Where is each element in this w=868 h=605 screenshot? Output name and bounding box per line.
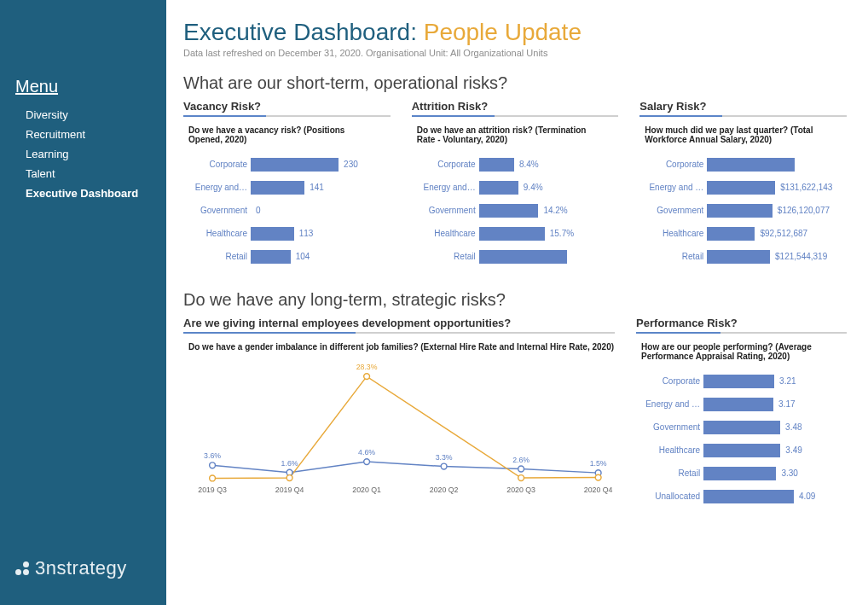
card-attrition: Attrition Risk? Do we have an attrition … (412, 100, 619, 270)
bar-row: Healthcare$92,512,687 (639, 224, 847, 243)
bar-category: Energy and … (636, 399, 700, 409)
bar-category: Government (412, 206, 476, 215)
svg-text:4.6%: 4.6% (358, 448, 375, 457)
bar-row: Government3.48 (636, 417, 847, 437)
svg-point-8 (518, 466, 524, 472)
svg-text:2.6%: 2.6% (512, 456, 529, 464)
bar (479, 250, 567, 264)
bar-category: Energy and… (412, 183, 476, 192)
bar-row: Retail (412, 247, 619, 266)
bar-category: Unallocated (636, 492, 700, 501)
bar (703, 421, 780, 434)
bar-category: Government (639, 206, 703, 215)
bar-row: Government0 (183, 201, 391, 220)
bar-value: 8.4% (519, 160, 539, 169)
bar-value: 15.7% (550, 229, 574, 238)
bar (707, 250, 770, 264)
bar-category: Corporate (412, 160, 476, 169)
svg-text:3.6%: 3.6% (204, 451, 221, 460)
card-title-development: Are we giving internal employees develop… (183, 317, 615, 332)
bar-row: Healthcare3.49 (636, 440, 847, 460)
bar (251, 181, 304, 195)
bar-value: 3.30 (781, 468, 797, 478)
sidebar-item-talent[interactable]: Talent (15, 164, 151, 183)
chart-question-salary: How much did we pay last quarter? (Total… (645, 125, 824, 144)
bar (479, 204, 539, 218)
bar-category: Corporate (636, 376, 700, 386)
card-title-salary: Salary Risk? (639, 100, 847, 115)
bar (707, 181, 775, 195)
menu-heading: Menu (15, 77, 151, 96)
bar-value: 3.21 (779, 376, 796, 386)
card-performance: Performance Risk? How are our people per… (636, 317, 847, 509)
bar (703, 444, 780, 457)
svg-text:2020 Q4: 2020 Q4 (584, 486, 613, 494)
logo: 3nstrategy (15, 557, 127, 579)
svg-text:1.6%: 1.6% (281, 459, 298, 468)
sidebar-item-learning[interactable]: Learning (15, 144, 151, 164)
card-title-vacancy: Vacancy Risk? (183, 100, 391, 115)
bar-value: 113 (299, 229, 314, 238)
bar-value: $121,544,319 (775, 252, 827, 261)
chart-salary: CorporateEnergy and …$131,622,143Governm… (639, 154, 847, 266)
bar-value: 14.2% (543, 206, 567, 215)
bar (479, 181, 518, 195)
bar-row: Energy and …$131,622,143 (639, 177, 847, 197)
bar (707, 204, 772, 218)
title-prefix: Executive Dashboard: (183, 19, 424, 45)
card-salary: Salary Risk? How much did we pay last qu… (639, 100, 847, 270)
bar-category: Retail (639, 252, 703, 261)
section1-question: What are our short-term, operational ris… (183, 73, 847, 93)
bar-row: Corporate3.21 (636, 371, 847, 391)
sidebar-item-executive-dashboard[interactable]: Executive Dashboard (15, 183, 151, 203)
bar-category: Government (183, 206, 247, 215)
logo-text: 3nstrategy (35, 557, 127, 579)
svg-text:28.3%: 28.3% (356, 363, 378, 371)
bar-value: 3.17 (778, 399, 795, 409)
chart-performance: Corporate3.21Energy and …3.17Government3… (636, 371, 847, 506)
bar-category: Retail (412, 252, 476, 261)
section2-question: Do we have any long-term, strategic risk… (183, 290, 847, 310)
chart-question-attrition: Do we have an attrition risk? (Terminati… (417, 125, 596, 144)
svg-text:1.5%: 1.5% (590, 459, 607, 468)
bar (703, 398, 773, 411)
svg-point-14 (364, 374, 370, 380)
bar-category: Retail (636, 468, 700, 478)
bar-category: Healthcare (183, 229, 247, 238)
logo-icon (15, 561, 30, 576)
bar-value: 104 (296, 252, 310, 261)
svg-point-16 (518, 475, 524, 481)
bar-category: Government (636, 422, 700, 432)
bar (251, 158, 339, 172)
bar-value: 4.09 (799, 492, 815, 501)
chart-vacancy: Corporate230Energy and…141Government0Hea… (183, 154, 391, 266)
bar (707, 158, 795, 172)
svg-text:2019 Q3: 2019 Q3 (198, 486, 227, 494)
bar-row: Government14.2% (412, 201, 619, 220)
bar-row: Corporate8.4% (412, 154, 619, 174)
bar (703, 467, 776, 480)
bar-value: 9.4% (524, 183, 543, 192)
bar-value: $92,512,687 (760, 229, 807, 238)
bar-category: Healthcare (636, 445, 700, 455)
card-title-attrition: Attrition Risk? (412, 100, 619, 115)
chart-question-vacancy: Do we have a vacancy risk? (Positions Op… (188, 125, 367, 144)
sidebar-item-diversity[interactable]: Diversity (15, 105, 151, 125)
svg-text:2020 Q1: 2020 Q1 (352, 486, 381, 494)
page-subtitle: Data last refreshed on December 31, 2020… (183, 48, 847, 58)
bar (479, 158, 514, 172)
sidebar-item-recruitment[interactable]: Recruitment (15, 125, 151, 144)
bar-value: $131,622,143 (780, 183, 832, 192)
bar-value: $126,120,077 (778, 206, 830, 215)
svg-point-17 (595, 474, 601, 480)
svg-text:3.3%: 3.3% (436, 453, 453, 462)
bar-row: Retail104 (183, 247, 391, 266)
svg-point-13 (286, 475, 292, 481)
bar (251, 227, 294, 241)
chart-question-development: Do we have a gender imbalance in differe… (188, 342, 615, 352)
svg-text:2019 Q4: 2019 Q4 (275, 486, 304, 494)
bar (479, 227, 545, 241)
chart-question-performance: How are our people performing? (Average … (641, 342, 820, 361)
bar-row: Healthcare113 (183, 224, 391, 243)
bar-row: Corporate230 (183, 154, 391, 174)
